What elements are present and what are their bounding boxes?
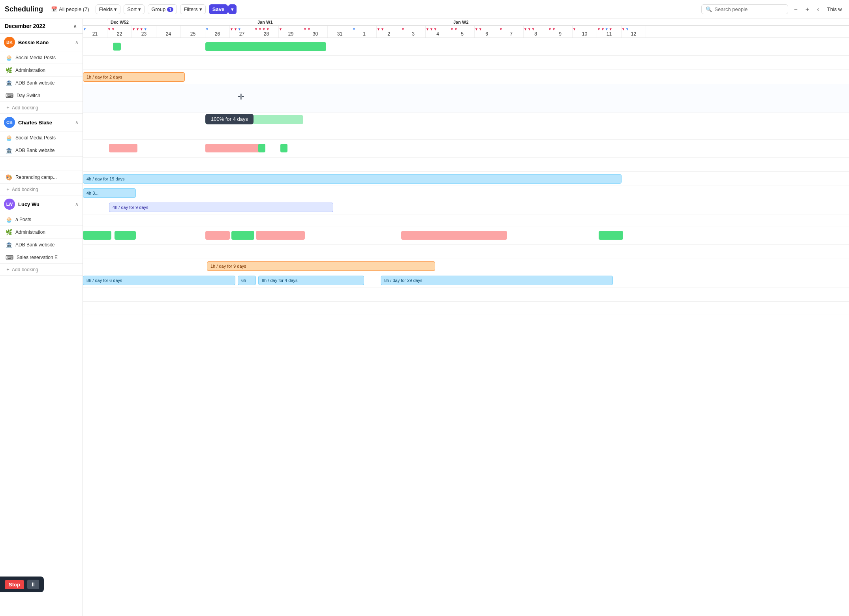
tl-row-bessie-addbooking xyxy=(83,127,849,140)
filters-button[interactable]: Filters ▾ xyxy=(180,4,205,14)
task-emoji: ⌨ xyxy=(6,92,13,99)
avatar-lucy: LW xyxy=(4,199,15,210)
pause-button[interactable]: ⏸ xyxy=(27,580,39,589)
booking-label: 6h xyxy=(241,278,246,283)
search-box[interactable]: 🔍 xyxy=(701,4,788,14)
avatar-bessie: BK xyxy=(4,37,15,48)
booking-bar-lucy-green1[interactable] xyxy=(83,231,111,240)
prev-button[interactable]: ‹ xyxy=(815,4,821,15)
chevron-down-icon: ▾ xyxy=(138,6,141,12)
tl-row-charles-addbooking xyxy=(83,214,849,227)
booking-bar-lucy-adb4[interactable]: 8h / day for 29 days xyxy=(381,276,613,285)
add-booking-bessie[interactable]: ＋ Add booking xyxy=(0,102,83,114)
booking-bar-lucy-adb1[interactable]: 8h / day for 6 days xyxy=(83,276,235,285)
tl-row-bessie-dayswitch: 100% for 4 days xyxy=(83,113,849,127)
day-cell-11: ▼▼▼▼11 xyxy=(597,26,622,38)
zoom-in-button[interactable]: + xyxy=(803,4,811,15)
fields-button[interactable]: Fields ▾ xyxy=(96,4,121,14)
task-name: Social Media Posts xyxy=(15,135,79,141)
charles-social-cells xyxy=(83,158,849,171)
search-input[interactable] xyxy=(714,6,778,12)
main-container: December 2022 ∧ BK Bessie Kane ∧ 🧁 Socia… xyxy=(0,19,849,616)
booking-bar-lucy-adb3[interactable]: 8h / day for 4 days xyxy=(258,276,364,285)
month-nav: ∧ xyxy=(72,22,78,30)
avatar-charles: CB xyxy=(4,117,15,128)
lucy-admin-cells: 1h / day for 9 days xyxy=(83,259,849,273)
booking-bar-lucy-green4[interactable] xyxy=(599,231,623,240)
lucy-sales-cells xyxy=(83,287,849,301)
day-cell-2: ▼▼2 xyxy=(377,26,401,38)
search-icon: 🔍 xyxy=(706,6,712,12)
booking-bar-charles-adb2[interactable]: 4h 3... xyxy=(83,188,136,198)
booking-label: 8h / day for 29 days xyxy=(384,278,423,283)
task-row-bessie-adb: 🏦 ADB Bank website xyxy=(0,77,83,89)
month-label: December 2022 xyxy=(5,23,45,29)
booking-bar-lucy-green2[interactable] xyxy=(115,231,136,240)
person-name-bessie: Bessie Kane xyxy=(18,39,72,45)
booking-bar-lucy-pink2[interactable] xyxy=(256,231,305,240)
calendar-view-button[interactable]: 📅 All people (7) xyxy=(48,5,92,14)
booking-bar-lucy-green3[interactable] xyxy=(231,231,254,240)
day-cell-31: 31 xyxy=(328,26,352,38)
task-name: ADB Bank website xyxy=(15,148,79,153)
task-emoji: ⌨ xyxy=(6,254,13,261)
booking-bar-charles-rebrand[interactable]: 4h / day for 9 days xyxy=(109,203,333,212)
tl-row-bessie-social xyxy=(83,56,849,70)
tl-row-charles-adb: 4h / day for 19 days xyxy=(83,172,849,186)
task-name-administration: Administration xyxy=(15,68,79,73)
booking-bar-charles-adb[interactable]: 4h / day for 19 days xyxy=(83,174,622,184)
tl-row-lucy-adb: 8h / day for 6 days 6h 8h / day for 4 da… xyxy=(83,273,849,287)
task-name: Social Media Posts xyxy=(15,55,79,60)
collapse-all-button[interactable]: ∧ xyxy=(72,22,78,30)
booking-bar-charles-green2[interactable] xyxy=(280,144,287,152)
collapse-bessie-button[interactable]: ∧ xyxy=(75,39,79,45)
booking-label: 8h / day for 4 days xyxy=(262,278,298,283)
tl-row-lucy-addbooking xyxy=(83,302,849,314)
tl-row-lucy-social xyxy=(83,245,849,259)
calendar-icon: 📅 xyxy=(51,6,57,12)
task-name: Administration xyxy=(15,229,79,235)
stop-button[interactable]: Stop xyxy=(5,580,24,589)
save-dropdown-button[interactable]: ▾ xyxy=(228,4,237,14)
zoom-out-button[interactable]: − xyxy=(791,4,800,15)
day-cell-7: ▼7 xyxy=(499,26,524,38)
day-cell-5: ▼▼5 xyxy=(450,26,475,38)
left-panel: December 2022 ∧ BK Bessie Kane ∧ 🧁 Socia… xyxy=(0,19,83,616)
booking-bar-charles-green1[interactable] xyxy=(258,144,265,152)
booking-bar-bessie-green2[interactable] xyxy=(205,42,326,51)
timeline-panel: Dec W52 Jan W1 Jan W2 ▼21 ▼▼22 xyxy=(83,19,849,616)
task-row-bessie-admin: 🌿 Administration xyxy=(0,64,83,77)
save-group: Save ▾ xyxy=(209,4,237,14)
tl-row-bessie-admin: 1h / day for 2 days xyxy=(83,70,849,84)
person-row-charles[interactable]: CB Charles Blake ∧ xyxy=(0,114,83,131)
task-name-rebranding: Rebranding camp... xyxy=(15,175,79,180)
day-cell-25: 25 xyxy=(181,26,205,38)
group-button[interactable]: Group 1 xyxy=(148,4,177,14)
booking-bar-charles-pink1[interactable] xyxy=(109,144,137,152)
booking-bar-lucy-admin[interactable]: 1h / day for 9 days xyxy=(207,261,435,271)
booking-bar-charles-pink2[interactable] xyxy=(205,144,262,152)
person-row-bessie[interactable]: BK Bessie Kane ∧ xyxy=(0,34,83,51)
collapse-lucy-button[interactable]: ∧ xyxy=(75,201,79,207)
booking-label: 4h 3... xyxy=(86,191,99,195)
person-row-lucy[interactable]: LW Lucy Wu ∧ xyxy=(0,195,83,213)
timeline-rows: 1h / day for 2 days ✛ xyxy=(83,38,849,314)
this-week-button[interactable]: This w xyxy=(825,5,844,14)
booking-bar-lucy-adb2[interactable]: 6h xyxy=(238,276,256,285)
add-booking-lucy[interactable]: ＋ Add booking xyxy=(0,264,83,276)
day-cell-3: ▼3 xyxy=(401,26,426,38)
sort-button[interactable]: Sort ▾ xyxy=(124,4,145,14)
tooltip-100pct: 100% for 4 days xyxy=(205,114,254,124)
month-header: December 2022 ∧ xyxy=(0,19,83,34)
booking-bar-lucy-pink3[interactable] xyxy=(401,231,507,240)
booking-bar-lucy-pink1[interactable] xyxy=(205,231,230,240)
booking-bar-bessie-green1[interactable] xyxy=(113,43,121,51)
collapse-charles-button[interactable]: ∧ xyxy=(75,120,79,125)
save-button[interactable]: Save xyxy=(209,4,228,14)
booking-label: 8h / day for 6 days xyxy=(86,278,122,283)
booking-bar-bessie-admin[interactable]: 1h / day for 2 days xyxy=(83,72,185,82)
task-row-charles-rebrand: 🎨 Rebranding camp... xyxy=(0,171,83,184)
add-booking-label: Add booking xyxy=(12,267,38,272)
person-name-lucy: Lucy Wu xyxy=(18,201,72,207)
add-booking-charles[interactable]: ＋ Add booking xyxy=(0,184,83,195)
